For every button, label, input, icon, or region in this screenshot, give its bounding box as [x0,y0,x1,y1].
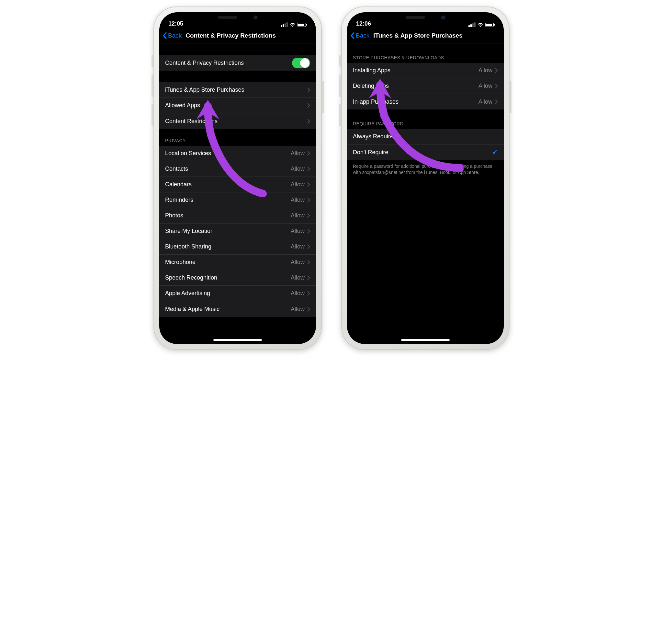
battery-icon [485,23,495,27]
row-label: Apple Advertising [165,290,291,297]
row-value: Allow [291,290,305,297]
status-time: 12:05 [168,20,183,27]
row-label: Speech Recognition [165,274,291,281]
row-label: In-app Purchases [353,98,478,105]
row-label: Don't Require [353,149,492,156]
settings-row[interactable]: PhotosAllow [159,208,316,223]
row-label: Reminders [165,197,291,203]
settings-row[interactable]: Allowed Apps [159,98,316,113]
chevron-right-icon [307,213,310,218]
settings-row[interactable]: iTunes & App Store Purchases [159,82,316,98]
back-button[interactable]: Back [162,32,182,39]
row-value: Allow [478,83,493,89]
settings-content[interactable]: STORE PURCHASES & REDOWNLOADS Installing… [347,43,504,344]
navigation-bar: Back Content & Privacy Restrictions [159,28,316,43]
chevron-right-icon [307,229,310,234]
row-label: Always Require [353,133,498,140]
home-indicator[interactable] [401,339,450,341]
row-value: Allow [291,212,305,219]
cellular-icon [281,22,288,27]
store-header: STORE PURCHASES & REDOWNLOADS [347,55,504,63]
row-value: Allow [291,274,305,281]
settings-row[interactable]: Always Require [347,129,504,145]
settings-row[interactable]: Apple AdvertisingAllow [159,286,316,301]
row-label: Deleting Apps [353,83,478,89]
row-value: Allow [291,197,305,203]
wifi-icon [478,23,483,27]
chevron-right-icon [307,198,310,202]
home-indicator[interactable] [213,339,262,341]
row-label: Contacts [165,165,291,172]
phone-right: 12:06 Back iTunes & App Store Purchases … [341,6,509,350]
chevron-right-icon [307,87,310,92]
row-label: Installing Apps [353,67,478,74]
settings-row[interactable]: Bluetooth SharingAllow [159,239,316,254]
footer-text: Require a password for additional purcha… [347,160,504,176]
toggle-switch[interactable] [292,58,310,68]
notch [388,12,463,23]
row-value: Allow [291,181,305,188]
settings-row[interactable]: RemindersAllow [159,193,316,208]
settings-row[interactable]: Deleting AppsAllow [347,79,504,94]
volume-down-button [152,104,154,126]
cellular-icon [468,22,476,27]
row-value: Allow [291,259,305,266]
page-title: Content & Privacy Restrictions [182,32,313,39]
phone-left: 12:05 Back Content & Privacy Restriction… [154,6,322,350]
back-label: Back [356,32,369,39]
page-title: iTunes & App Store Purchases [369,32,501,39]
row-label: Allowed Apps [165,102,307,109]
settings-row[interactable]: Share My LocationAllow [159,223,316,239]
chevron-right-icon [307,151,310,156]
row-value: Allow [478,67,493,74]
chevron-right-icon [307,244,310,249]
password-group: Always RequireDon't Require✓ [347,129,504,160]
settings-row[interactable]: In-app PurchasesAllow [347,94,504,110]
settings-content[interactable]: Content & Privacy Restrictions iTunes & … [159,43,316,344]
chevron-right-icon [307,182,310,187]
row-label: Bluetooth Sharing [165,243,291,250]
row-label: Share My Location [165,228,291,235]
settings-row[interactable]: Speech RecognitionAllow [159,270,316,286]
content-privacy-toggle-row[interactable]: Content & Privacy Restrictions [159,55,316,71]
chevron-right-icon [307,103,310,108]
checkmark-icon: ✓ [492,148,498,156]
side-button [509,81,511,113]
volume-down-button [339,104,341,126]
chevron-right-icon [307,166,310,171]
row-value: Allow [291,306,305,313]
screen-right: 12:06 Back iTunes & App Store Purchases … [347,12,504,344]
row-value: Allow [291,150,305,157]
wifi-icon [290,23,296,27]
chevron-right-icon [495,84,498,88]
toggle-group: Content & Privacy Restrictions [159,55,316,71]
volume-up-button [152,74,154,97]
password-header: REQUIRE PASSWORD [347,121,504,129]
row-value: Allow [478,98,493,105]
settings-row[interactable]: ContactsAllow [159,161,316,177]
battery-icon [298,23,307,27]
settings-row[interactable]: CalendarsAllow [159,177,316,193]
settings-row[interactable]: Don't Require✓ [347,145,504,160]
row-label: iTunes & App Store Purchases [165,87,307,93]
privacy-group: Location ServicesAllowContactsAllowCalen… [159,146,316,317]
status-time: 12:06 [356,20,371,27]
chevron-right-icon [307,275,310,280]
notch [200,12,275,23]
settings-row[interactable]: Location ServicesAllow [159,146,316,161]
chevron-right-icon [307,291,310,296]
settings-row[interactable]: MicrophoneAllow [159,254,316,270]
settings-row[interactable]: Installing AppsAllow [347,63,504,79]
store-group: Installing AppsAllowDeleting AppsAllowIn… [347,63,504,110]
mute-switch [339,55,341,67]
chevron-left-icon [350,32,355,39]
settings-row[interactable]: Content Restrictions [159,113,316,129]
restrictions-group: iTunes & App Store PurchasesAllowed Apps… [159,82,316,129]
back-button[interactable]: Back [350,32,369,39]
row-label: Location Services [165,150,291,157]
row-label: Microphone [165,259,291,266]
row-value: Allow [291,243,305,250]
chevron-right-icon [495,99,498,104]
settings-row[interactable]: Media & Apple MusicAllow [159,301,316,317]
chevron-right-icon [495,68,498,73]
